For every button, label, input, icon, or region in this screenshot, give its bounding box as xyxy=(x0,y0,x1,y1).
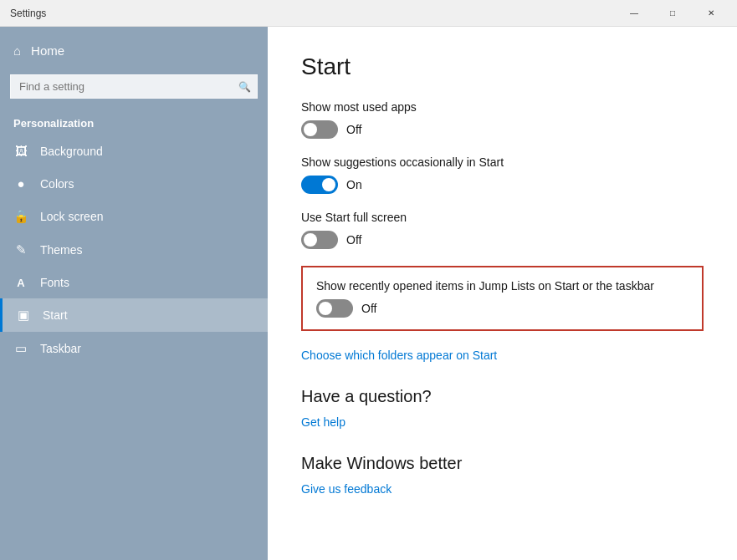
toggle-knob xyxy=(304,233,317,247)
have-question-heading: Have a question? xyxy=(301,387,704,406)
background-icon: 🖼 xyxy=(13,144,28,158)
search-container: 🔍 xyxy=(10,74,258,99)
full-screen-label: Use Start full screen xyxy=(301,211,704,224)
sidebar-section-label: Personalization xyxy=(0,105,268,135)
setting-suggestions: Show suggestions occasionally in Start O… xyxy=(301,155,704,194)
fonts-icon: A xyxy=(13,277,28,289)
sidebar: ⌂ Home 🔍 Personalization 🖼 Background ● … xyxy=(0,27,268,560)
make-better-heading: Make Windows better xyxy=(301,454,704,473)
full-screen-toggle-row: Off xyxy=(301,231,704,249)
recently-opened-toggle-text: Off xyxy=(361,302,376,315)
page-title: Start xyxy=(301,53,704,80)
titlebar: Settings — □ ✕ xyxy=(0,0,737,27)
sidebar-item-fonts[interactable]: A Fonts xyxy=(0,267,268,298)
sidebar-item-taskbar[interactable]: ▭ Taskbar xyxy=(0,332,268,365)
suggestions-toggle[interactable] xyxy=(301,176,338,194)
full-screen-toggle[interactable] xyxy=(301,231,338,249)
most-used-apps-toggle-row: Off xyxy=(301,120,704,139)
get-help-link[interactable]: Get help xyxy=(301,415,345,429)
full-screen-toggle-text: Off xyxy=(346,233,361,247)
maximize-button[interactable]: □ xyxy=(653,0,692,27)
colors-icon: ● xyxy=(13,176,28,191)
start-icon: ▣ xyxy=(16,308,31,323)
sidebar-item-taskbar-label: Taskbar xyxy=(40,342,81,355)
window-controls: — □ ✕ xyxy=(615,0,730,27)
sidebar-item-start[interactable]: ▣ Start xyxy=(0,298,268,332)
search-icon: 🔍 xyxy=(238,81,251,93)
lock-icon: 🔒 xyxy=(13,209,28,224)
main-content: Start Show most used apps Off Show sugge… xyxy=(268,27,737,560)
recently-opened-label: Show recently opened items in Jump Lists… xyxy=(316,279,688,293)
minimize-button[interactable]: — xyxy=(615,0,653,27)
themes-icon: ✎ xyxy=(13,242,28,257)
suggestions-label: Show suggestions occasionally in Start xyxy=(301,155,704,169)
suggestions-toggle-row: On xyxy=(301,176,704,194)
sidebar-item-colors-label: Colors xyxy=(40,177,74,191)
home-icon: ⌂ xyxy=(13,43,21,58)
setting-recently-opened: Show recently opened items in Jump Lists… xyxy=(301,266,704,331)
choose-folders-link[interactable]: Choose which folders appear on Start xyxy=(301,349,497,362)
feedback-link[interactable]: Give us feedback xyxy=(301,482,392,496)
sidebar-item-themes[interactable]: ✎ Themes xyxy=(0,233,268,267)
sidebar-item-home[interactable]: ⌂ Home xyxy=(0,33,268,68)
home-label: Home xyxy=(31,43,64,58)
close-button[interactable]: ✕ xyxy=(692,0,730,27)
sidebar-item-themes-label: Themes xyxy=(40,243,83,257)
most-used-apps-label: Show most used apps xyxy=(301,100,704,114)
toggle-knob xyxy=(319,302,332,315)
sidebar-item-fonts-label: Fonts xyxy=(40,276,69,289)
toggle-knob xyxy=(304,123,317,136)
toggle-knob xyxy=(322,178,335,191)
sidebar-item-background-label: Background xyxy=(40,145,103,158)
suggestions-toggle-text: On xyxy=(346,178,362,191)
recently-opened-toggle[interactable] xyxy=(316,299,353,318)
search-input[interactable] xyxy=(10,74,258,99)
app-title: Settings xyxy=(10,8,46,19)
sidebar-item-lock-screen-label: Lock screen xyxy=(40,210,103,223)
recently-opened-toggle-row: Off xyxy=(316,299,688,318)
setting-most-used-apps: Show most used apps Off xyxy=(301,100,704,139)
sidebar-item-background[interactable]: 🖼 Background xyxy=(0,135,268,167)
most-used-apps-toggle[interactable] xyxy=(301,120,338,139)
setting-full-screen: Use Start full screen Off xyxy=(301,211,704,249)
sidebar-item-colors[interactable]: ● Colors xyxy=(0,167,268,200)
sidebar-item-start-label: Start xyxy=(43,308,68,322)
sidebar-item-lock-screen[interactable]: 🔒 Lock screen xyxy=(0,200,268,233)
most-used-apps-toggle-text: Off xyxy=(346,123,361,136)
app-container: ⌂ Home 🔍 Personalization 🖼 Background ● … xyxy=(0,27,737,560)
taskbar-icon: ▭ xyxy=(13,341,28,356)
